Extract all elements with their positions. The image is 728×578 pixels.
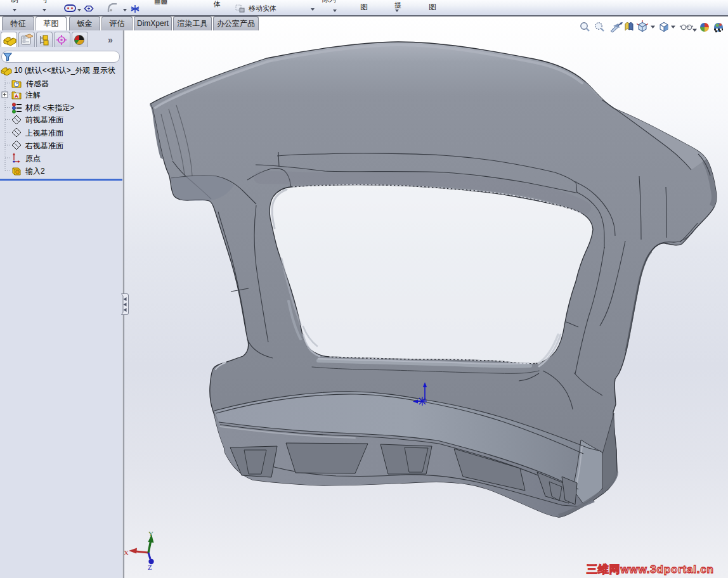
svg-text:Y: Y [148, 530, 153, 537]
svg-text:传感器: 传感器 [26, 79, 49, 88]
svg-text:右视基准面: 右视基准面 [25, 141, 63, 150]
svg-text:材质 <未指定>: 材质 <未指定> [25, 103, 74, 112]
svg-text:输入2: 输入2 [25, 167, 45, 176]
svg-text:A: A [15, 93, 18, 99]
svg-text:前视基准面: 前视基准面 [25, 115, 63, 124]
svg-text:Z: Z [148, 563, 152, 571]
svg-text:原点: 原点 [25, 154, 41, 163]
svg-text:10 (默认<<默认>_外观 显示状: 10 (默认<<默认>_外观 显示状 [14, 66, 115, 75]
svg-text:上视基准面: 上视基准面 [25, 129, 63, 138]
svg-text:注解: 注解 [25, 91, 41, 100]
svg-text:»: » [108, 35, 113, 45]
svg-text:X: X [124, 549, 129, 556]
